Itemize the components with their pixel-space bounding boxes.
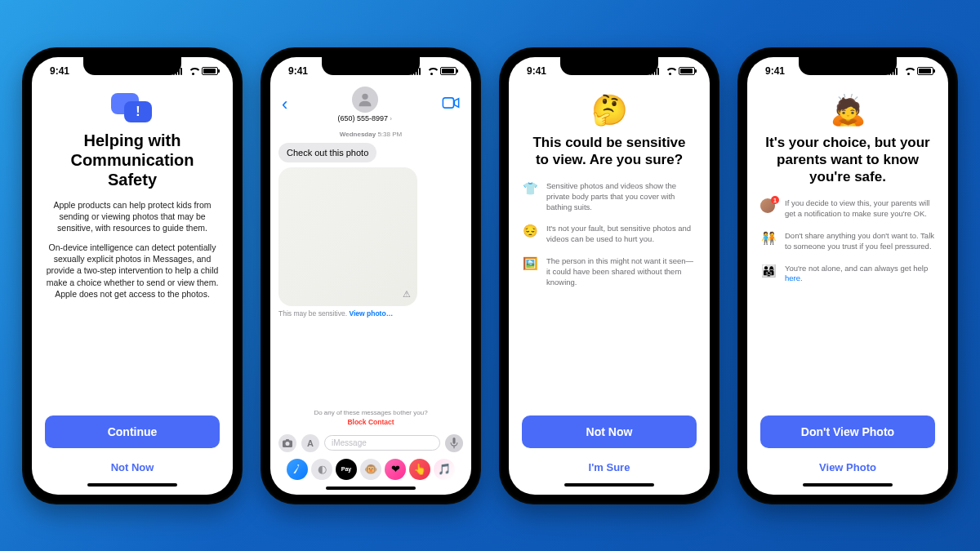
intro-title: Helping with Communication Safety: [45, 131, 220, 189]
battery-icon: [679, 67, 695, 75]
voice-message-button[interactable]: [445, 434, 463, 452]
clock: 9:41: [527, 65, 546, 77]
bowing-person-icon: 🙇: [760, 93, 935, 127]
facetime-button[interactable]: [442, 97, 460, 112]
memoji-app-icon[interactable]: 🐵: [360, 459, 381, 480]
phone-mockup-3: 9:41 🤔 This could be sensitive to view. …: [499, 47, 719, 504]
info-row-1: 1 If you decide to view this, your paren…: [760, 198, 935, 220]
notch: [322, 56, 420, 75]
info-text-2: Don't share anything you don't want to. …: [785, 231, 935, 252]
screen-parent-notice: 9:41 🙇 It's your choice, but your parent…: [747, 57, 948, 495]
phone-mockup-2: 9:41 ‹ (650) 555-8997 ›: [261, 47, 481, 504]
communication-safety-icon: !: [111, 93, 154, 127]
phone-mockup-4: 9:41 🙇 It's your choice, but your parent…: [737, 47, 958, 504]
svg-rect-1: [443, 97, 453, 107]
stickers-app-icon[interactable]: ❤: [385, 459, 406, 480]
info-text-1: If you decide to view this, your parents…: [785, 198, 935, 220]
screen-intro: 9:41 ! Helping with Communication Safety…: [32, 57, 233, 495]
info-row-2: 🧑‍🤝‍🧑 Don't share anything you don't wan…: [760, 231, 935, 252]
intro-paragraph-1: Apple products can help protect kids fro…: [45, 199, 220, 234]
info-row-1: 👕 Sensitive photos and videos show the p…: [522, 181, 697, 212]
home-indicator[interactable]: [564, 483, 654, 487]
screen-messages: 9:41 ‹ (650) 555-8997 ›: [270, 57, 471, 495]
clock: 9:41: [288, 65, 308, 77]
continue-button[interactable]: Continue: [45, 415, 220, 448]
info-row-3: 👨‍👩‍👧 You're not alone, and can always g…: [760, 264, 935, 285]
home-indicator[interactable]: [87, 483, 177, 487]
app-store-app-icon[interactable]: [287, 459, 308, 480]
notch: [799, 56, 897, 75]
message-timestamp: Wednesday 5:38 PM: [278, 131, 463, 138]
view-photo-button[interactable]: View Photo: [760, 455, 935, 480]
swimsuit-icon: 👕: [522, 181, 538, 196]
app-store-button[interactable]: A: [301, 434, 319, 452]
warning-triangle-icon: ⚠︎: [403, 289, 411, 300]
parent-notice-title: It's your choice, but your parents want …: [760, 134, 935, 186]
info-text-1: Sensitive photos and videos show the pri…: [546, 181, 697, 212]
photos-app-icon[interactable]: ◐: [311, 459, 332, 480]
notch: [560, 56, 658, 75]
info-text-3: The person in this might not want it see…: [546, 256, 697, 287]
im-sure-button[interactable]: I'm Sure: [522, 455, 697, 480]
family-icon: 👨‍👩‍👧: [760, 264, 777, 278]
help-link[interactable]: here: [785, 273, 800, 282]
digital-touch-app-icon[interactable]: 👆: [409, 459, 430, 480]
conversation-header: ‹ (650) 555-8997 ›: [278, 85, 463, 126]
message-input[interactable]: iMessage: [324, 435, 440, 451]
screen-confirm-sensitive: 9:41 🤔 This could be sensitive to view. …: [509, 57, 710, 495]
clock: 9:41: [50, 65, 69, 77]
parent-avatar-badge-icon: 1: [760, 198, 777, 215]
imessage-app-strip: ◐ Pay 🐵 ❤ 👆 🎵: [278, 455, 463, 483]
contact-number: (650) 555-8997: [337, 114, 388, 122]
not-now-button[interactable]: Not Now: [522, 415, 697, 448]
contact-avatar-icon: [352, 87, 378, 113]
battery-icon: [440, 67, 457, 75]
picture-frame-icon: 🖼️: [522, 256, 538, 271]
view-photo-link[interactable]: View photo…: [349, 309, 393, 318]
home-indicator[interactable]: [326, 487, 416, 490]
back-button[interactable]: ‹: [282, 94, 287, 115]
contact-info[interactable]: (650) 555-8997 ›: [337, 87, 391, 122]
battery-icon: [202, 67, 218, 75]
thinking-emoji-icon: 🤔: [522, 93, 697, 127]
wifi-icon: [903, 67, 914, 75]
block-contact-button[interactable]: Block Contact: [278, 418, 463, 426]
home-indicator[interactable]: [803, 483, 893, 487]
phone-mockup-1: 9:41 ! Helping with Communication Safety…: [22, 47, 243, 504]
wifi-icon: [188, 67, 198, 75]
camera-button[interactable]: [278, 434, 296, 452]
battery-icon: [917, 67, 933, 75]
svg-point-0: [362, 93, 368, 99]
wifi-icon: [426, 67, 437, 75]
info-row-2: 😔 It's not your fault, but sensitive pho…: [522, 224, 697, 245]
bother-prompt: Do any of these messages bother you?: [278, 409, 463, 416]
apple-pay-app-icon[interactable]: Pay: [336, 459, 357, 480]
svg-rect-2: [452, 438, 455, 444]
intro-paragraph-2: On-device intelligence can detect potent…: [45, 242, 220, 300]
incoming-message-bubble[interactable]: Check out this photo: [278, 143, 376, 162]
wifi-icon: [665, 67, 675, 75]
compose-bar: A iMessage: [278, 431, 463, 455]
sensitivity-warning: This may be sensitive. View photo…: [278, 309, 463, 318]
info-row-3: 🖼️ The person in this might not want it …: [522, 256, 697, 287]
info-text-3: You're not alone, and can always get hel…: [785, 264, 935, 285]
dont-view-photo-button[interactable]: Don't View Photo: [760, 415, 935, 448]
sensitive-title: This could be sensitive to view. Are you…: [522, 134, 697, 169]
people-icon: 🧑‍🤝‍🧑: [760, 231, 777, 246]
clock: 9:41: [765, 65, 785, 77]
notch: [83, 56, 181, 75]
sad-emoji-icon: 😔: [522, 224, 538, 238]
not-now-button[interactable]: Not Now: [45, 455, 220, 480]
blurred-photo[interactable]: ⚠︎: [278, 167, 417, 306]
music-app-icon[interactable]: 🎵: [434, 459, 455, 480]
info-text-2: It's not your fault, but sensitive photo…: [546, 224, 697, 245]
